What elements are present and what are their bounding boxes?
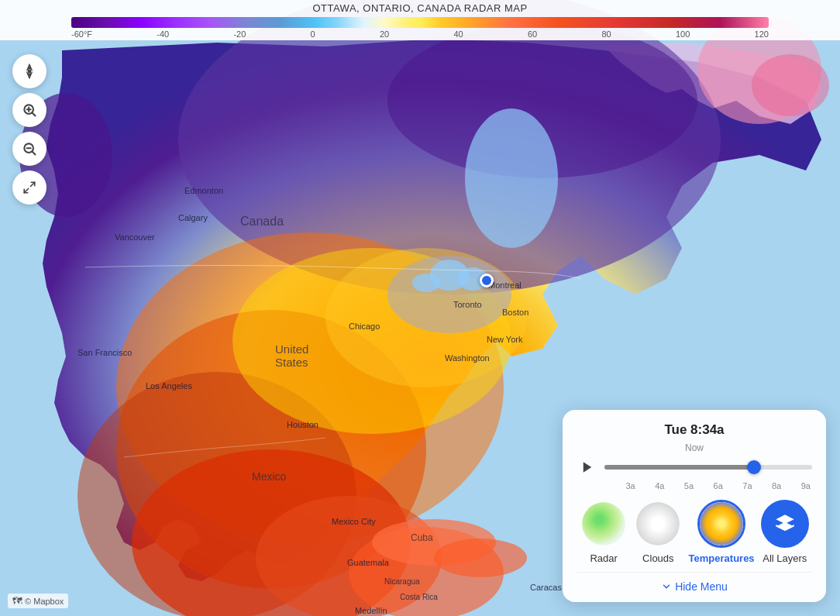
timeline-row — [577, 456, 812, 478]
layer-buttons: Radar Clouds Temperatures — [577, 500, 812, 564]
map-controls — [12, 54, 46, 205]
all-layers-label: All Layers — [763, 552, 807, 564]
hide-menu-label: Hide Menu — [675, 580, 728, 593]
legend-labels: -60°F-40-20020406080100120 — [71, 29, 769, 39]
time-label: 3a — [625, 481, 635, 490]
time-label: 7a — [742, 481, 752, 490]
radar-icon — [580, 500, 628, 548]
all-layers-icon-container — [761, 500, 809, 548]
time-label: 4a — [655, 481, 664, 490]
zoom-out-button[interactable] — [12, 132, 46, 166]
play-button[interactable] — [577, 456, 598, 478]
all-layers-icon — [763, 502, 807, 545]
svg-marker-22 — [28, 74, 32, 78]
svg-point-23 — [28, 70, 30, 72]
zoom-in-button[interactable] — [12, 93, 46, 127]
timeline-track[interactable] — [604, 465, 812, 470]
map-container[interactable]: Canada UnitedStates Mexico Cuba Edmonton… — [0, 0, 840, 616]
time-labels: 3a4a5a6a7a8a9a — [577, 481, 812, 490]
svg-line-25 — [33, 113, 36, 116]
svg-point-16 — [752, 54, 829, 116]
clouds-layer-button[interactable]: Clouds — [634, 500, 682, 564]
svg-point-20 — [412, 274, 440, 292]
time-label: 5a — [684, 481, 694, 490]
svg-line-29 — [33, 152, 36, 155]
clouds-icon — [634, 500, 682, 548]
ottawa-marker — [480, 274, 494, 287]
hide-menu-row: Hide Menu — [577, 572, 812, 593]
fullscreen-button[interactable] — [12, 170, 46, 205]
temperatures-layer-label: Temperatures — [689, 552, 755, 564]
legend-title: OTTAWA, ONTARIO, CANADA RADAR MAP — [312, 2, 527, 14]
svg-marker-33 — [584, 462, 592, 473]
panel-now-label: Now — [577, 442, 812, 453]
time-label: 8a — [772, 481, 781, 490]
clouds-layer-label: Clouds — [642, 552, 673, 564]
timeline-fill — [604, 465, 754, 470]
hide-menu-button[interactable]: Hide Menu — [661, 580, 728, 593]
temperatures-icon — [697, 500, 745, 548]
time-label: 6a — [714, 481, 723, 490]
legend-gradient-bar — [71, 17, 769, 28]
timeline-thumb[interactable] — [747, 460, 761, 474]
svg-point-14 — [434, 539, 527, 577]
temperatures-layer-button[interactable]: Temperatures — [689, 500, 755, 564]
all-layers-button[interactable]: All Layers — [761, 500, 809, 564]
weather-panel: Tue 8:34a Now 3a4a5a6a7a8a9a Radar — [563, 410, 826, 602]
svg-marker-21 — [28, 65, 32, 70]
svg-point-17 — [465, 108, 558, 248]
compass-button[interactable] — [12, 54, 46, 88]
radar-layer-label: Radar — [590, 552, 617, 564]
mapbox-attribution: 🗺 © Mapbox — [8, 594, 68, 608]
legend-bar-container: OTTAWA, ONTARIO, CANADA RADAR MAP -60°F-… — [0, 0, 840, 40]
panel-time: Tue 8:34a — [577, 422, 812, 438]
radar-layer-button[interactable]: Radar — [580, 500, 628, 564]
time-label: 9a — [801, 481, 811, 490]
